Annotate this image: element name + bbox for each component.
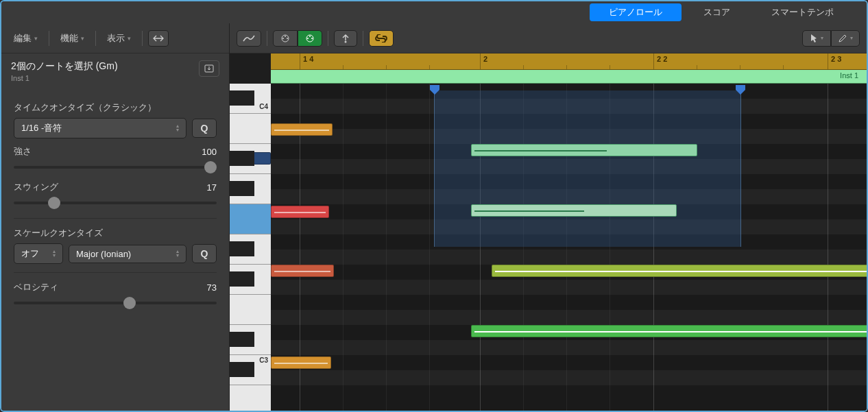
midi-note[interactable] (492, 265, 867, 277)
tab-score[interactable]: スコア (684, 3, 749, 21)
stepper-icon: ▴▾ (53, 250, 56, 258)
view-menu[interactable]: 表示▾ (101, 29, 136, 47)
scale-quantize-label: スケールクオンタイズ (14, 227, 217, 239)
piano-keyboard[interactable]: C4 C3 (230, 84, 271, 411)
scale-mode-dropdown[interactable]: Major (Ionian) ▴▾ (69, 245, 186, 263)
swing-slider[interactable] (14, 196, 217, 210)
swing-label: スウィング (14, 181, 58, 193)
strength-value: 100 (202, 147, 217, 157)
link-icon[interactable] (369, 30, 394, 47)
key-c3-label: C3 (259, 356, 268, 364)
chevron-down-icon: ▾ (34, 35, 38, 42)
midi-note[interactable] (471, 325, 867, 337)
time-quantize-label: タイムクオンタイズ（クラシック） (14, 101, 217, 114)
chevron-down-icon: ▾ (850, 35, 853, 41)
tab-piano-roll[interactable]: ピアノロール (590, 3, 682, 21)
midi-note[interactable] (271, 123, 333, 136)
collapse-icon[interactable] (148, 30, 169, 47)
strength-slider[interactable] (14, 160, 217, 174)
strength-label: 強さ (14, 145, 32, 158)
quantize-button[interactable]: Q (192, 119, 217, 138)
chevron-down-icon: ▾ (128, 35, 131, 42)
chevron-down-icon: ▾ (821, 35, 823, 41)
svg-point-6 (307, 38, 309, 39)
region-bar[interactable]: Inst 1 (271, 70, 867, 84)
svg-point-7 (311, 38, 313, 39)
midi-out-icon[interactable] (298, 30, 322, 47)
chevron-down-icon: ▾ (81, 35, 84, 42)
scale-off-dropdown[interactable]: オフ ▴▾ (14, 243, 63, 264)
timeline-ruler[interactable]: 1 4 2 2 2 2 3 (271, 53, 867, 70)
note-grid[interactable] (271, 84, 867, 411)
velocity-label: ベロシティ (14, 281, 58, 293)
download-button[interactable] (199, 60, 219, 77)
midi-note-selected[interactable] (471, 204, 677, 217)
midi-in-icon[interactable] (273, 30, 298, 47)
svg-point-9 (345, 40, 347, 43)
swing-value: 17 (207, 182, 217, 193)
midi-note[interactable] (271, 206, 329, 218)
region-name: Inst 1 (840, 71, 858, 80)
pencil-tool[interactable]: ▾ (831, 30, 860, 47)
catch-icon[interactable] (334, 30, 357, 47)
key-c4-label: C4 (259, 103, 268, 110)
svg-point-3 (287, 38, 288, 39)
midi-note-selected[interactable] (471, 144, 697, 156)
svg-point-2 (282, 38, 284, 39)
automation-icon[interactable] (237, 30, 261, 47)
pointer-tool[interactable]: ▾ (802, 30, 831, 47)
svg-point-4 (285, 36, 286, 37)
selection-region[interactable] (434, 90, 741, 247)
svg-point-8 (309, 36, 311, 37)
tab-smart-tempo[interactable]: スマートテンポ (752, 3, 853, 21)
selection-title: 2個のノートを選択 (Gm) (11, 60, 118, 73)
instrument-name: Inst 1 (11, 74, 118, 82)
midi-note[interactable] (271, 356, 331, 369)
velocity-value: 73 (207, 282, 217, 293)
quantize-value-dropdown[interactable]: 1/16 -音符 ▴▾ (14, 118, 186, 138)
velocity-slider[interactable] (14, 296, 217, 310)
midi-note[interactable] (271, 265, 334, 277)
stepper-icon: ▴▾ (176, 124, 179, 132)
stepper-icon: ▴▾ (176, 250, 179, 258)
edit-menu[interactable]: 編集▾ (8, 29, 43, 47)
scale-quantize-button[interactable]: Q (192, 244, 217, 263)
function-menu[interactable]: 機能▾ (55, 29, 90, 47)
